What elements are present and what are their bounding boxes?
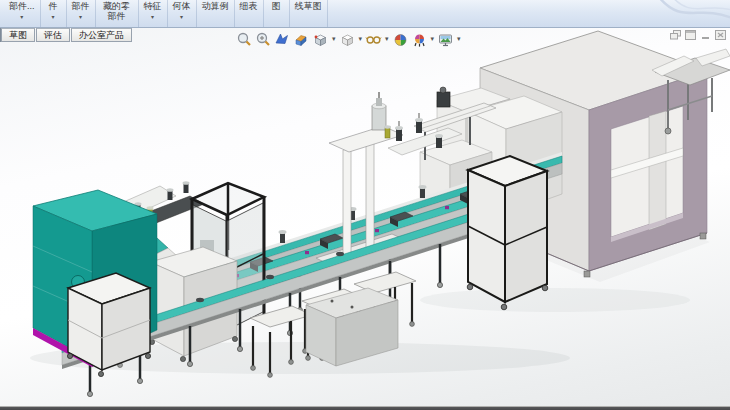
ribbon-watermark-swoosh [640, 0, 730, 28]
ribbon-item-bill-of-materials[interactable]: 细表 [235, 0, 264, 28]
ribbon-item-insert-components[interactable]: 部件... ▾ [4, 0, 41, 28]
ribbon-item-assembly-features[interactable]: 特征 ▾ [139, 0, 168, 28]
doc-window-restore-icon[interactable] [670, 30, 682, 40]
ribbon-item-label: 部件... [9, 1, 35, 11]
ribbon-item-label: 动算例 [202, 1, 229, 11]
hide-show-items-icon[interactable] [365, 31, 382, 48]
ribbon-item-hidden-components[interactable]: 藏的零部件 [96, 0, 139, 28]
view-settings-icon[interactable] [437, 31, 454, 48]
graphics-area[interactable]: 草图 评估 办公室产品 ▾ ▾ [0, 28, 730, 406]
tab-sketch[interactable]: 草图 [1, 28, 35, 42]
ribbon-item-label: 件 [49, 1, 58, 11]
display-style-icon[interactable] [339, 31, 356, 48]
ribbon-item-label: 线草图 [295, 1, 322, 11]
chevron-down-icon[interactable]: ▾ [359, 35, 363, 43]
chevron-down-icon[interactable]: ▾ [457, 35, 461, 43]
tab-label: 办公室产品 [79, 29, 124, 42]
apply-scene-icon[interactable] [411, 31, 428, 48]
view-orientation-icon[interactable] [312, 31, 329, 48]
ribbon-item-reference-geometry[interactable]: 何体 ▾ [168, 0, 197, 28]
ribbon-item-label: 细表 [240, 1, 258, 11]
ribbon-toolbar: 部件... ▾ 件 ▾ 部件 ▾ 藏的零部件 特征 ▾ 何体 ▾ [0, 0, 730, 28]
previous-view-icon[interactable] [274, 31, 291, 48]
tab-label: 草图 [9, 29, 27, 42]
document-window-controls [670, 30, 727, 40]
ribbon-item-label: 图 [272, 1, 281, 11]
heads-up-view-toolbar: ▾ ▾ ▾ ▾ ▾ [236, 29, 462, 49]
doc-window-close-icon[interactable] [715, 30, 727, 40]
chevron-down-icon[interactable]: ▾ [151, 14, 154, 20]
ribbon-item-explode-line-sketch[interactable]: 线草图 [290, 0, 328, 28]
ribbon-item-move-component[interactable]: 部件 ▾ [67, 0, 96, 28]
edit-appearance-icon[interactable] [392, 31, 409, 48]
chevron-down-icon[interactable]: ▾ [431, 35, 435, 43]
ribbon-item-label: 何体 [173, 1, 191, 11]
ribbon-items: 部件... ▾ 件 ▾ 部件 ▾ 藏的零部件 特征 ▾ 何体 ▾ [4, 0, 328, 28]
doc-window-maximize-icon[interactable] [685, 30, 697, 40]
ribbon-item-label: 部件 [72, 1, 90, 11]
tab-office-products[interactable]: 办公室产品 [71, 28, 132, 42]
ribbon-item-motion-study[interactable]: 动算例 [197, 0, 235, 28]
status-bar-edge [0, 406, 730, 410]
ribbon-item-label: 特征 [144, 1, 162, 11]
chevron-down-icon[interactable]: ▾ [79, 14, 82, 20]
chevron-down-icon[interactable]: ▾ [52, 14, 55, 20]
assembly-model[interactable] [0, 28, 730, 406]
zoom-to-fit-icon[interactable] [236, 31, 253, 48]
solidworks-window: 部件... ▾ 件 ▾ 部件 ▾ 藏的零部件 特征 ▾ 何体 ▾ [0, 0, 730, 410]
ribbon-item-exploded-view[interactable]: 图 [264, 0, 290, 28]
black-framed-cabinet[interactable] [467, 156, 548, 310]
chevron-down-icon[interactable]: ▾ [385, 35, 389, 43]
section-view-icon[interactable] [293, 31, 310, 48]
tab-label: 评估 [44, 29, 62, 42]
chevron-down-icon[interactable]: ▾ [20, 14, 23, 20]
chevron-down-icon[interactable]: ▾ [332, 35, 336, 43]
ribbon-item-fasteners[interactable]: 件 ▾ [41, 0, 67, 28]
chevron-down-icon[interactable]: ▾ [180, 14, 183, 20]
command-manager-tabs: 草图 评估 办公室产品 [0, 28, 133, 42]
zoom-to-area-icon[interactable] [255, 31, 272, 48]
tab-evaluate[interactable]: 评估 [36, 28, 70, 42]
ribbon-item-label: 藏的零部件 [101, 1, 133, 21]
doc-window-minimize-icon[interactable] [700, 30, 712, 40]
